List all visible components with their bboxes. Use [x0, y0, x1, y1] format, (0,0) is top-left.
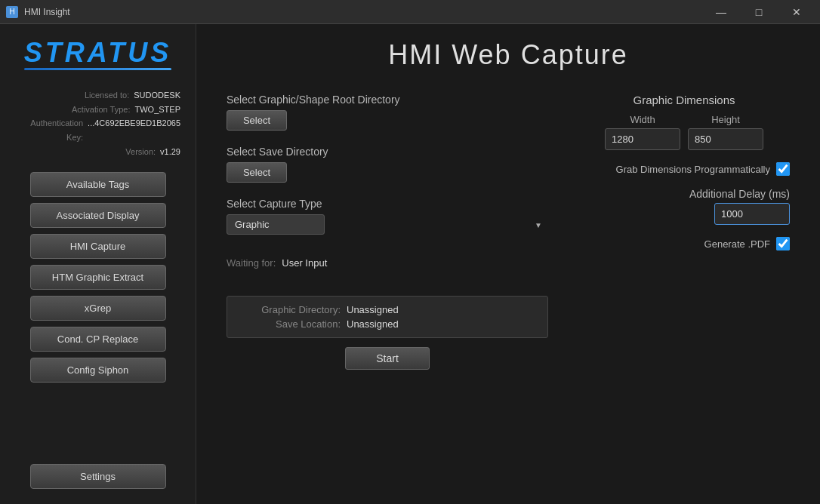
page-title: HMI Web Capture: [227, 39, 790, 71]
generate-pdf-row: Generate .PDF: [578, 237, 790, 250]
capture-type-dropdown-wrapper: Graphic Shape: [227, 214, 548, 235]
waiting-value: User Input: [282, 257, 327, 269]
height-input[interactable]: [688, 128, 763, 150]
title-bar-left: H HMI Insight: [6, 6, 70, 18]
auth-value: ...4C692EBE9ED1B2065: [88, 116, 180, 144]
auth-label: Authentication Key:: [15, 116, 83, 144]
app-title: HMI Insight: [24, 7, 70, 17]
select-capture-label: Select Capture Type: [227, 198, 548, 210]
save-directory-section: Select Save Directory Select: [227, 146, 548, 183]
license-info: Licensed to: SUDODESK Activation Type: T…: [15, 88, 180, 158]
grab-dimensions-row: Grab Dimensions Programmatically: [578, 162, 790, 176]
licensed-to-value: SUDODESK: [134, 88, 180, 103]
select-save-label: Select Save Directory: [227, 146, 548, 158]
sidebar: STRATUS Licensed to: SUDODESK Activation…: [0, 24, 196, 504]
generate-pdf-checkbox[interactable]: [776, 237, 790, 250]
status-bar: Graphic Directory: Unassigned Save Locat…: [227, 296, 548, 338]
additional-delay-section: Additional Delay (ms): [578, 188, 790, 225]
version-label: Version:: [125, 145, 156, 159]
logo-area: STRATUS: [24, 39, 171, 70]
select-save-button[interactable]: Select: [227, 162, 287, 183]
content-grid: Select Graphic/Shape Root Directory Sele…: [227, 94, 790, 370]
sidebar-item-settings[interactable]: Settings: [30, 464, 166, 489]
activation-row: Activation Type: TWO_STEP: [15, 103, 180, 117]
title-bar: H HMI Insight — □ ✕: [0, 0, 820, 24]
right-panel: Graphic Dimensions Width Height Grab Di: [578, 94, 790, 370]
left-panel: Select Graphic/Shape Root Directory Sele…: [227, 94, 548, 370]
maximize-button[interactable]: □: [741, 0, 776, 24]
capture-type-select[interactable]: Graphic Shape: [227, 214, 325, 235]
activation-value: TWO_STEP: [134, 103, 180, 117]
sidebar-item-cond-cp-replace[interactable]: Cond. CP Replace: [30, 327, 166, 352]
dimensions-section: Graphic Dimensions Width Height: [578, 94, 790, 150]
save-location-status-label: Save Location:: [242, 318, 341, 330]
height-field: Height: [688, 114, 763, 150]
start-button[interactable]: Start: [345, 347, 430, 370]
main-content: HMI Web Capture Select Graphic/Shape Roo…: [196, 24, 820, 504]
app-icon: H: [6, 6, 18, 18]
graphic-directory-status-label: Graphic Directory:: [242, 304, 341, 315]
save-location-status-row: Save Location: Unassigned: [242, 318, 532, 330]
close-button[interactable]: ✕: [779, 0, 814, 24]
width-label: Width: [630, 114, 655, 125]
auth-row: Authentication Key: ...4C692EBE9ED1B2065: [15, 116, 180, 144]
additional-delay-input[interactable]: [714, 203, 790, 225]
height-label: Height: [711, 114, 740, 125]
dimensions-grid: Width Height: [578, 114, 790, 150]
grab-dimensions-label: Grab Dimensions Programmatically: [616, 164, 770, 175]
sidebar-item-xgrep[interactable]: xGrep: [30, 296, 166, 321]
graphic-directory-status-value: Unassigned: [347, 304, 399, 315]
logo: STRATUS: [24, 39, 171, 66]
additional-delay-label: Additional Delay (ms): [689, 188, 790, 200]
dimensions-title: Graphic Dimensions: [578, 94, 790, 106]
start-button-row: Start: [227, 347, 548, 370]
waiting-label: Waiting for:: [227, 257, 276, 269]
logo-underline: [24, 68, 171, 70]
bottom-section: Graphic Directory: Unassigned Save Locat…: [227, 284, 548, 370]
version-row: Version: v1.29: [15, 145, 180, 159]
grab-dimensions-checkbox[interactable]: [776, 162, 790, 176]
licensed-to-row: Licensed to: SUDODESK: [15, 88, 180, 103]
window-controls: — □ ✕: [704, 0, 814, 24]
licensed-to-label: Licensed to:: [85, 88, 129, 103]
capture-type-section: Select Capture Type Graphic Shape: [227, 198, 548, 235]
generate-pdf-label: Generate .PDF: [704, 238, 770, 250]
sidebar-item-available-tags[interactable]: Available Tags: [30, 172, 166, 197]
width-input[interactable]: [605, 128, 680, 150]
sidebar-item-htm-graphic-extract[interactable]: HTM Graphic Extract: [30, 265, 166, 290]
app-body: STRATUS Licensed to: SUDODESK Activation…: [0, 24, 820, 504]
activation-label: Activation Type:: [72, 103, 130, 117]
save-location-status-value: Unassigned: [347, 318, 399, 330]
sidebar-item-associated-display[interactable]: Associated Display: [30, 203, 166, 228]
width-field: Width: [605, 114, 680, 150]
minimize-button[interactable]: —: [704, 0, 738, 24]
waiting-row: Waiting for: User Input: [227, 257, 548, 269]
version-value: v1.29: [160, 145, 180, 159]
select-graphic-label: Select Graphic/Shape Root Directory: [227, 94, 548, 106]
sidebar-item-config-siphon[interactable]: Config Siphon: [30, 358, 166, 383]
graphic-directory-section: Select Graphic/Shape Root Directory Sele…: [227, 94, 548, 131]
select-graphic-button[interactable]: Select: [227, 110, 287, 131]
graphic-directory-status-row: Graphic Directory: Unassigned: [242, 304, 532, 315]
sidebar-item-hmi-capture[interactable]: HMI Capture: [30, 234, 166, 259]
